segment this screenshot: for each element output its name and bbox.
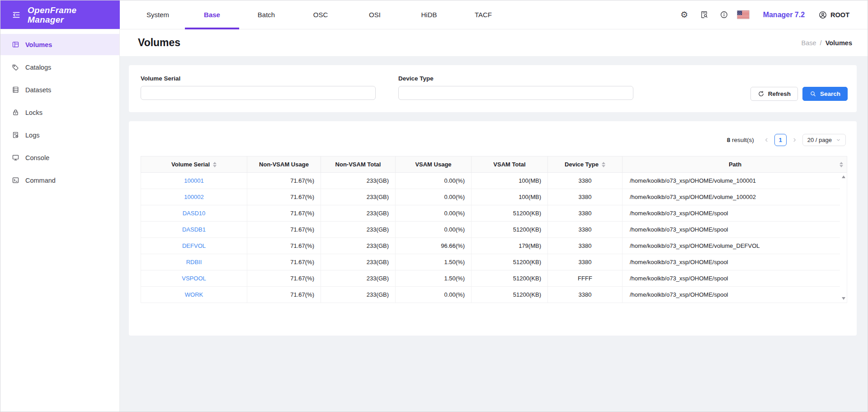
column-label: Device Type: [565, 161, 599, 168]
cell-non-vsam-usage: 71.67(%): [247, 287, 321, 303]
sidebar-item-logs[interactable]: Logs: [0, 124, 119, 146]
volume-serial-link[interactable]: DASDB1: [182, 226, 206, 233]
volume-serial-link[interactable]: DASD10: [183, 210, 206, 217]
sidebar-item-locks[interactable]: Locks: [0, 102, 119, 123]
volume-serial-link[interactable]: WORK: [185, 291, 203, 298]
user-menu[interactable]: ROOT: [818, 10, 849, 19]
table-row: WORK71.67(%)233(GB)0.00(%)51200(KB)3380/…: [141, 287, 840, 303]
settings-icon[interactable]: ⚙: [675, 10, 694, 19]
volume-serial-link[interactable]: DEFVOL: [182, 242, 206, 249]
sidebar-item-label: Console: [25, 154, 49, 161]
cell-vsam-total: 100(MB): [472, 189, 548, 205]
sidebar-item-label: Command: [25, 177, 56, 184]
cell-vsam-usage: 0.00(%): [396, 173, 472, 189]
sidebar-item-volumes[interactable]: Volumes: [0, 34, 119, 55]
cell-vsam-usage: 0.00(%): [396, 287, 472, 303]
cell-volume-serial: WORK: [141, 287, 247, 303]
table-row: DASD1071.67(%)233(GB)0.00(%)51200(KB)338…: [141, 205, 840, 222]
device-type-field: Device Type: [398, 75, 633, 112]
search-button[interactable]: Search: [802, 87, 848, 101]
table-scrollbar[interactable]: [840, 173, 847, 303]
tab-batch[interactable]: Batch: [239, 0, 293, 29]
cell-path: /home/koolkb/o73_xsp/OHOME/spool: [623, 222, 840, 237]
sidebar-item-datasets[interactable]: Datasets: [0, 79, 119, 100]
cell-non-vsam-total: 233(GB): [321, 238, 396, 254]
sidebar-item-label: Datasets: [25, 86, 51, 94]
cell-device-type: 3380: [548, 189, 623, 205]
header-actions: ⚙: [675, 0, 868, 29]
cell-vsam-usage: 0.00(%): [396, 222, 472, 237]
breadcrumb-parent[interactable]: Base: [802, 39, 816, 47]
volume-serial-input[interactable]: [141, 86, 376, 100]
cell-non-vsam-usage: 71.67(%): [247, 254, 321, 270]
volume-serial-link[interactable]: 100001: [184, 177, 203, 184]
cell-vsam-total: 51200(KB): [472, 270, 548, 286]
cell-volume-serial: DASD10: [141, 205, 247, 221]
device-type-input[interactable]: [398, 86, 633, 100]
cell-volume-serial: DASDB1: [141, 222, 247, 237]
top-header: OpenFrame Manager SystemBaseBatchOSCOSIH…: [0, 0, 868, 29]
scroll-down-arrow[interactable]: [842, 297, 845, 300]
column-header-volume-serial[interactable]: Volume Serial: [141, 156, 247, 172]
column-header-path[interactable]: Path: [623, 156, 848, 172]
table-row: DASDB171.67(%)233(GB)0.00(%)51200(KB)338…: [141, 222, 840, 238]
cell-volume-serial: RDBII: [141, 254, 247, 270]
sort-icon[interactable]: [840, 162, 843, 167]
version-label: Manager 7.2: [763, 11, 805, 19]
search-icon: [810, 90, 816, 97]
column-header-non-vsam-total: Non-VSAM Total: [321, 156, 396, 172]
sidebar-item-console[interactable]: Console: [0, 147, 119, 168]
cell-device-type: 3380: [548, 254, 623, 270]
us-flag-icon[interactable]: [737, 10, 750, 19]
menu-fold-icon[interactable]: [12, 10, 21, 19]
prev-page-button[interactable]: [763, 137, 770, 143]
tab-osc[interactable]: OSC: [293, 0, 348, 29]
volumes-icon: [12, 41, 19, 48]
refresh-button[interactable]: Refresh: [750, 87, 798, 101]
table-row: VSPOOL71.67(%)233(GB)1.50(%)51200(KB)FFF…: [141, 270, 840, 287]
page-header: Volumes Base / Volumes: [120, 29, 868, 56]
main-area: Volumes Base / Volumes Volume Serial Dev…: [120, 29, 868, 412]
table-row: RDBII71.67(%)233(GB)1.50(%)51200(KB)3380…: [141, 254, 840, 270]
sidebar-item-catalogs[interactable]: Catalogs: [0, 57, 119, 78]
cell-path: /home/koolkb/o73_xsp/OHOME/volume_100001: [623, 173, 840, 189]
volume-serial-link[interactable]: RDBII: [186, 259, 202, 265]
tab-base[interactable]: Base: [185, 0, 239, 29]
table-body: 10000171.67(%)233(GB)0.00(%)100(MB)3380/…: [141, 173, 847, 303]
page-number-1[interactable]: 1: [774, 134, 787, 146]
table-row: 10000271.67(%)233(GB)0.00(%)100(MB)3380/…: [141, 189, 840, 205]
volume-serial-link[interactable]: VSPOOL: [182, 275, 206, 282]
cell-vsam-total: 179(MB): [472, 238, 548, 254]
cell-device-type: 3380: [548, 173, 623, 189]
sort-icon[interactable]: [602, 162, 605, 167]
cell-vsam-total: 51200(KB): [472, 254, 548, 270]
scroll-up-arrow[interactable]: [842, 175, 845, 178]
cell-vsam-usage: 1.50(%): [396, 270, 472, 286]
next-page-button[interactable]: [791, 137, 798, 143]
column-header-device-type[interactable]: Device Type: [548, 156, 623, 172]
cell-path: /home/koolkb/o73_xsp/OHOME/spool: [623, 270, 840, 286]
breadcrumb-current: Volumes: [826, 39, 852, 47]
breadcrumb: Base / Volumes: [802, 39, 852, 47]
volume-serial-link[interactable]: 100002: [184, 194, 203, 200]
sidebar-item-command[interactable]: Command: [0, 170, 119, 191]
catalogs-icon: [12, 63, 19, 71]
cell-device-type: 3380: [548, 205, 623, 221]
cell-vsam-usage: 1.50(%): [396, 254, 472, 270]
results-card: 8 result(s) 1 20 / page Volume SerialNon…: [129, 121, 857, 336]
tab-system[interactable]: System: [131, 0, 185, 29]
cell-non-vsam-usage: 71.67(%): [247, 205, 321, 221]
tab-tacf[interactable]: TACF: [456, 0, 510, 29]
cell-path: /home/koolkb/o73_xsp/OHOME/volume_DEFVOL: [623, 238, 840, 254]
sort-icon[interactable]: [213, 162, 217, 167]
info-icon[interactable]: [714, 10, 734, 19]
cell-volume-serial: VSPOOL: [141, 270, 247, 286]
tab-osi[interactable]: OSI: [348, 0, 402, 29]
chevron-down-icon: [836, 137, 841, 142]
page-size-select[interactable]: 20 / page: [802, 134, 846, 146]
cell-volume-serial: DEFVOL: [141, 238, 247, 254]
sidebar-nav: VolumesCatalogsDatasetsLocksLogsConsoleC…: [0, 29, 120, 412]
tab-hidb[interactable]: HiDB: [402, 0, 456, 29]
audit-search-icon[interactable]: [694, 10, 714, 19]
brand-name: OpenFrame Manager: [28, 5, 76, 24]
